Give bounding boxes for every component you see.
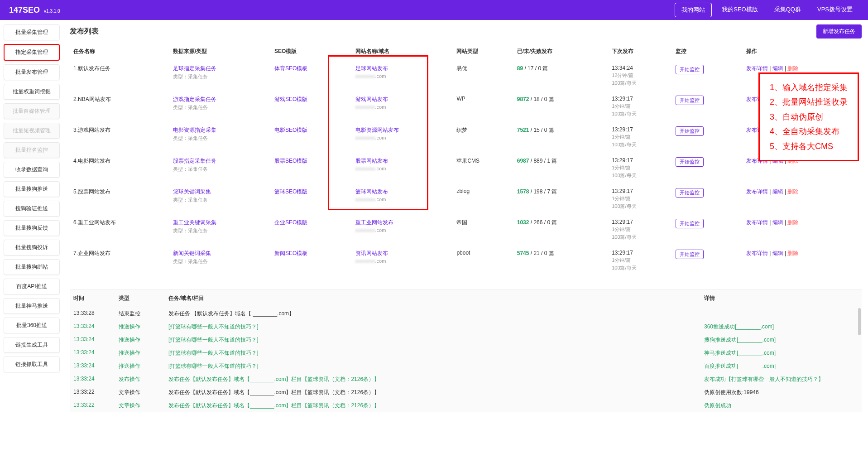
sidebar-item[interactable]: 批量搜狗投诉 xyxy=(4,240,60,255)
site-link[interactable]: 游戏网站发布 xyxy=(355,96,388,102)
cell-monitor: 开始监控 xyxy=(672,122,743,153)
sidebar-item[interactable]: 批量360推送 xyxy=(4,318,60,333)
cell-template: 篮球SEO模版 xyxy=(271,183,352,214)
col-next: 下次发布 xyxy=(608,43,672,60)
nav-item[interactable]: VPS拨号设置 xyxy=(811,3,859,17)
sidebar-item[interactable]: 批量搜狗绑站 xyxy=(4,259,60,275)
cell-type: 苹果CMS xyxy=(453,153,513,183)
start-monitor-button[interactable]: 开始监控 xyxy=(676,250,704,259)
sidebar-item[interactable]: 批量搜狗反馈 xyxy=(4,220,60,236)
main-content: 发布列表 新增发布任务 任务名称 数据来源/类型 SEO模版 网站名称/域名 网… xyxy=(63,20,868,453)
cell-source: 电影资源指定采集类型：采集任务 xyxy=(169,122,271,153)
delete-link[interactable]: 删除 xyxy=(787,250,798,256)
sidebar-item[interactable]: 批量搜狗推送 xyxy=(4,181,60,197)
site-link[interactable]: 重工业网站发布 xyxy=(355,219,393,226)
site-link[interactable]: 电影资源网站发布 xyxy=(355,127,399,133)
sidebar-item[interactable]: 链接生成工具 xyxy=(4,337,60,353)
log-time: 13:33:28 xyxy=(73,310,119,318)
sidebar-item[interactable]: 链接抓取工具 xyxy=(4,357,60,372)
template-link[interactable]: 股票SEO模版 xyxy=(274,158,307,164)
edit-link[interactable]: 编辑 xyxy=(772,250,783,256)
source-link[interactable]: 篮球关键词采集 xyxy=(173,188,211,195)
edit-link[interactable]: 编辑 xyxy=(772,188,783,195)
page-title: 发布列表 xyxy=(70,27,99,36)
source-link[interactable]: 电影资源指定采集 xyxy=(173,127,216,133)
add-publish-task-button[interactable]: 新增发布任务 xyxy=(816,24,862,39)
log-detail: 神马推送成功[________.com] xyxy=(704,349,858,357)
cell-count: 9872 / 18 / 0 篇 xyxy=(513,91,608,122)
start-monitor-button[interactable]: 开始监控 xyxy=(676,65,704,74)
template-link[interactable]: 篮球SEO模版 xyxy=(274,188,307,195)
sidebar-item[interactable]: 指定采集管理 xyxy=(4,44,60,61)
cell-monitor: 开始监控 xyxy=(672,214,743,245)
cell-site: 足球网站发布xxxxxxxx.com xyxy=(352,60,453,92)
start-monitor-button[interactable]: 开始监控 xyxy=(676,188,704,198)
sidebar-item[interactable]: 搜狗验证推送 xyxy=(4,201,60,217)
site-link[interactable]: 足球网站发布 xyxy=(355,65,388,72)
template-link[interactable]: 企业SEO模版 xyxy=(274,219,307,226)
table-row: 3.游戏网站发布电影资源指定采集类型：采集任务电影SEO模版电影资源网站发布xx… xyxy=(70,122,862,153)
template-link[interactable]: 游戏SEO模版 xyxy=(274,96,307,102)
source-link[interactable]: 游戏指定采集任务 xyxy=(173,96,216,102)
log-row: 13:33:24发布操作发布任务【默认发布任务】域名【________.com】… xyxy=(70,373,862,386)
site-link[interactable]: 资讯网站发布 xyxy=(355,250,388,256)
sidebar-item[interactable]: 批量发布管理 xyxy=(4,64,60,80)
log-col-time: 时间 xyxy=(73,294,119,302)
cell-count: 6987 / 889 / 1 篇 xyxy=(513,153,608,183)
cell-ops: 发布详情 | 编辑 | 删除 xyxy=(743,183,862,214)
start-monitor-button[interactable]: 开始监控 xyxy=(676,219,704,228)
log-row: 13:33:24推送操作[打篮球有哪些一般人不知道的技巧？]360推送成功[__… xyxy=(70,320,862,333)
log-type: 文章操作 xyxy=(119,389,168,396)
template-link[interactable]: 体育SEO模板 xyxy=(274,65,307,72)
cell-source: 游戏指定采集任务类型：采集任务 xyxy=(169,91,271,122)
col-template: SEO模版 xyxy=(271,43,352,60)
detail-link[interactable]: 发布详情 xyxy=(746,65,768,72)
cell-name: 6.重工业网站发布 xyxy=(70,214,169,245)
log-col-detail: 详情 xyxy=(704,294,858,302)
source-link[interactable]: 新闻关键词采集 xyxy=(173,250,211,256)
delete-link[interactable]: 删除 xyxy=(787,188,798,195)
sidebar-item: 批量自媒体管理 xyxy=(4,103,60,119)
start-monitor-button[interactable]: 开始监控 xyxy=(676,126,704,136)
edit-link[interactable]: 编辑 xyxy=(772,219,783,226)
template-link[interactable]: 电影SEO模版 xyxy=(274,127,307,133)
cell-ops: 发布详情 | 编辑 | 删除 xyxy=(743,214,862,245)
log-time: 13:33:24 xyxy=(73,362,119,370)
detail-link[interactable]: 发布详情 xyxy=(746,219,768,226)
log-col-type: 类型 xyxy=(119,294,168,302)
callout-line: 4、全自动采集发布 xyxy=(770,124,848,139)
nav-item[interactable]: 我的网站 xyxy=(675,3,712,17)
site-link[interactable]: 篮球网站发布 xyxy=(355,188,388,195)
delete-link[interactable]: 删除 xyxy=(787,219,798,226)
sidebar-item[interactable]: 批量权重词挖掘 xyxy=(4,84,60,100)
start-monitor-button[interactable]: 开始监控 xyxy=(676,157,704,167)
edit-link[interactable]: 编辑 xyxy=(772,65,783,72)
log-row: 13:33:22文章操作发布任务【默认发布任务】域名【________.com】… xyxy=(70,399,862,412)
source-link[interactable]: 股票指定采集任务 xyxy=(173,158,216,164)
cell-monitor: 开始监控 xyxy=(672,153,743,183)
table-row: 6.重工业网站发布重工业关键词采集类型：采集任务企业SEO模版重工业网站发布xx… xyxy=(70,214,862,245)
log-panel: 时间 类型 任务/域名/栏目 详情 13:33:28结束监控发布任务 【默认发布… xyxy=(70,289,862,412)
log-body[interactable]: 13:33:28结束监控发布任务 【默认发布任务】域名【 ________.co… xyxy=(70,307,862,412)
scrollbar-thumb[interactable] xyxy=(858,308,861,335)
sidebar-item[interactable]: 批量神马推送 xyxy=(4,298,60,314)
site-link[interactable]: 股票网站发布 xyxy=(355,158,388,164)
delete-link[interactable]: 删除 xyxy=(787,65,798,72)
nav-item[interactable]: 我的SEO模版 xyxy=(715,3,764,17)
source-link[interactable]: 重工业关键词采集 xyxy=(173,219,216,226)
detail-link[interactable]: 发布详情 xyxy=(746,250,768,256)
cell-site: 电影资源网站发布xxxxxxxx.com xyxy=(352,122,453,153)
source-link[interactable]: 足球指定采集任务 xyxy=(173,65,216,72)
template-link[interactable]: 新闻SEO模板 xyxy=(274,250,307,256)
col-name: 任务名称 xyxy=(70,43,169,60)
detail-link[interactable]: 发布详情 xyxy=(746,188,768,195)
nav-item[interactable]: 采集QQ群 xyxy=(768,3,807,17)
cell-next: 13:29:171分钟/篇100篇/每天 xyxy=(608,214,672,245)
table-row: 2.NBA网站发布游戏指定采集任务类型：采集任务游戏SEO模版游戏网站发布xxx… xyxy=(70,91,862,122)
sidebar-item[interactable]: 收录数据查询 xyxy=(4,162,60,178)
cell-template: 游戏SEO模版 xyxy=(271,91,352,122)
cell-monitor: 开始监控 xyxy=(672,245,743,276)
sidebar-item[interactable]: 批量采集管理 xyxy=(4,24,60,40)
sidebar-item[interactable]: 百度API推送 xyxy=(4,279,60,294)
start-monitor-button[interactable]: 开始监控 xyxy=(676,96,704,105)
